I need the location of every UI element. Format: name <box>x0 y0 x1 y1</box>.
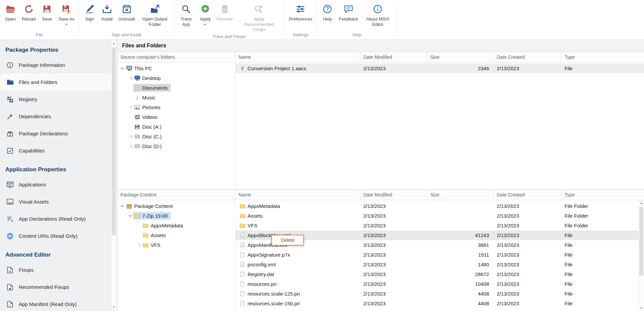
sidebar-item-fixups[interactable]: Fixups <box>0 261 111 278</box>
sidebar-item-recommended-fixups[interactable]: Recommended Fixups <box>0 278 111 296</box>
table-row[interactable]: priconfig.xml 2/13/2023 1480 2/13/2023 F… <box>235 260 638 269</box>
xml-file-icon <box>239 262 245 267</box>
cell-size: 41243 <box>427 230 494 240</box>
sign-button[interactable]: Sign <box>81 2 98 23</box>
sidebar-item-package-declarations[interactable]: Package Declarations <box>0 125 111 142</box>
chevron-down-icon[interactable] <box>120 204 125 209</box>
table-row[interactable]: resources.scale-150.pri 2/13/2023 4408 2… <box>235 299 638 308</box>
column-header-name[interactable]: Name <box>235 52 360 62</box>
sidebar-item-visual-assets[interactable]: Visual Assets <box>0 193 111 210</box>
table-row[interactable]: resources.scale-125.pri 2/13/2023 4408 2… <box>235 289 638 299</box>
tree-item-package-content[interactable]: Package Content <box>117 201 235 211</box>
chevron-down-icon[interactable] <box>65 23 68 25</box>
apply-recommended-fixups-button[interactable]: Apply Recommended Fixups <box>236 2 282 33</box>
column-header-size[interactable]: Size <box>427 190 494 200</box>
folder-icon <box>239 214 245 218</box>
tree-item-this-pc[interactable]: This PC <box>117 63 235 73</box>
sidebar-item-app-declarations[interactable]: App Declarations (Read Only) <box>0 210 111 227</box>
chevron-right-icon[interactable] <box>128 105 133 110</box>
column-header-date-modified[interactable]: Date Modified <box>360 52 427 62</box>
open-output-folder-button[interactable]: Open Output Folder <box>138 2 172 28</box>
scroll-down-icon[interactable]: ▼ <box>111 304 116 310</box>
sidebar-item-label: Recommended Fixups <box>19 284 69 290</box>
help-button[interactable]: Help <box>319 2 336 23</box>
uninstall-icon <box>121 3 132 15</box>
table-row[interactable]: Registry.dat 2/13/2023 28672 2/13/2023 F… <box>235 269 638 279</box>
reload-button[interactable]: Reload <box>19 2 38 23</box>
preferences-button[interactable]: Preferences <box>286 2 315 23</box>
cell-type: File Folder <box>561 201 638 211</box>
tree-item-assets[interactable]: Assets <box>117 230 235 240</box>
install-button[interactable]: Install <box>99 2 115 23</box>
column-header-type[interactable]: Type <box>561 52 644 62</box>
tree-item-videos[interactable]: Videos <box>117 112 235 122</box>
ribbon-group-label: Settings <box>286 31 315 39</box>
sidebar-item-files-and-folders[interactable]: Files and Folders <box>0 74 111 91</box>
apply-icon <box>200 3 211 15</box>
column-header-type[interactable]: Type <box>561 190 644 200</box>
save-as-button[interactable]: Save As <box>56 2 77 26</box>
uninstall-button[interactable]: Uninstall <box>116 2 138 23</box>
remove-icon <box>219 3 230 15</box>
tree-item-documents[interactable]: Documents <box>117 83 235 93</box>
tree-item-disc-d[interactable]: Disc (D:) <box>117 141 235 151</box>
column-header-name[interactable]: Name <box>235 190 360 200</box>
sidebar-item-capabilities[interactable]: Capabilities <box>0 142 111 159</box>
remove-button[interactable]: Remove <box>214 2 235 23</box>
cell-name: Registry.dat <box>248 271 274 277</box>
chevron-down-icon[interactable] <box>128 213 133 218</box>
cell-date-modified: 2/13/2023 <box>360 299 427 308</box>
delete-context-button[interactable]: Delete <box>271 235 304 246</box>
chevron-right-icon[interactable] <box>137 242 142 248</box>
trace-app-button[interactable]: Trace App <box>176 2 196 28</box>
package-list-scrollbar[interactable]: ▲ ▼ <box>638 200 644 311</box>
table-row[interactable]: AppxSignature.p7x 2/13/2023 1511 2/13/20… <box>235 250 638 260</box>
table-row[interactable]: Assets 2/13/2023 2/13/2023 File Folder <box>235 211 638 221</box>
column-header-date-modified[interactable]: Date Modified <box>360 190 427 200</box>
chevron-right-icon[interactable] <box>128 134 133 139</box>
sidebar-item-package-information[interactable]: Package Information <box>0 56 111 74</box>
chevron-down-icon[interactable] <box>120 66 125 71</box>
table-row[interactable]: resources.pri 2/13/2023 10408 2/13/2023 … <box>235 279 638 289</box>
save-button[interactable]: Save <box>39 2 55 23</box>
sidebar-item-app-manifest[interactable]: App Manifest (Read Only) <box>0 296 111 311</box>
scroll-up-icon[interactable]: ▲ <box>639 200 644 206</box>
tree-item-vfs[interactable]: VFS <box>117 240 235 250</box>
tree-item-disc-a[interactable]: Disc (A:) <box>117 122 235 132</box>
chevron-right-icon[interactable] <box>128 76 133 81</box>
column-header-date-created[interactable]: Date Created <box>494 52 561 62</box>
tree-item-pictures[interactable]: Pictures <box>117 102 235 112</box>
sidebar-item-applications[interactable]: Applications <box>0 176 111 193</box>
sidebar-item-registry[interactable]: Registry <box>0 91 111 108</box>
cell-date-created: 2/13/2023 <box>494 250 561 260</box>
table-row[interactable]: VFS 2/13/2023 2/13/2023 File Folder <box>235 221 638 230</box>
tree-item-appxmetadata[interactable]: AppxMetadata <box>117 221 235 230</box>
scrollbar-thumb[interactable] <box>639 207 643 276</box>
table-row[interactable]: AppxMetadata 2/13/2023 2/13/2023 File Fo… <box>235 201 638 211</box>
apply-recommended-fixups-icon <box>253 3 265 15</box>
scroll-down-icon[interactable]: ▼ <box>639 305 644 311</box>
chevron-down-icon[interactable] <box>204 23 207 25</box>
apply-button[interactable]: Apply <box>197 2 214 26</box>
tree-item-music[interactable]: ♪Music <box>117 93 235 102</box>
table-row[interactable]: Conversion Project 1.aacx 2/13/2023 2346… <box>235 63 644 73</box>
button-label: Save As <box>58 16 74 22</box>
column-header-date-created[interactable]: Date Created <box>494 190 561 200</box>
sidebar-scrollbar[interactable]: ▲ ▼ <box>111 40 117 310</box>
about-msix-editor-button[interactable]: About MSIX Editor <box>361 2 394 28</box>
tree-item-label: Assets <box>151 232 166 238</box>
tree-item-desktop[interactable]: Desktop <box>117 73 235 83</box>
chevron-right-icon[interactable] <box>128 144 133 149</box>
scroll-up-icon[interactable]: ▲ <box>111 41 116 46</box>
scrollbar-thumb[interactable] <box>112 47 116 235</box>
sidebar-item-dependencies[interactable]: Dependencies <box>0 108 111 125</box>
column-header-size[interactable]: Size <box>427 52 494 62</box>
tree-item-7zip[interactable]: 7-Zip 19.00 <box>117 211 235 221</box>
open-button[interactable]: Open <box>2 2 19 23</box>
tree-item-disc-c[interactable]: Disc (C:) <box>117 132 235 141</box>
music-icon: ♪ <box>134 95 140 100</box>
sidebar-item-content-uris[interactable]: Content URIs (Read Only) <box>0 227 111 245</box>
feedback-button[interactable]: Feedback <box>336 2 360 23</box>
tree-item-label: Pictures <box>142 104 160 110</box>
ribbon-group-file: Open Reload Save Save As File <box>0 0 79 39</box>
